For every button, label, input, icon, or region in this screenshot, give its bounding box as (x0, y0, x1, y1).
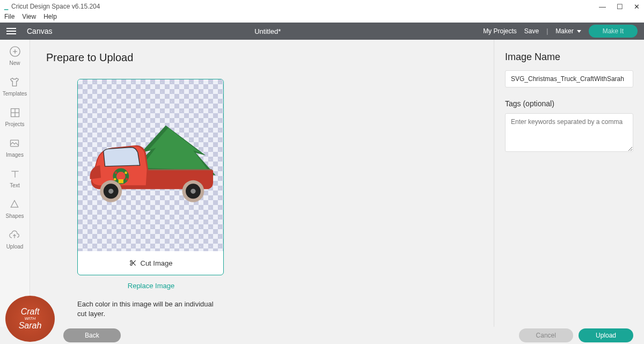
image-preview-box[interactable]: Cut Image (77, 79, 224, 275)
image-name-heading: Image Name (505, 52, 633, 63)
sidebar-item-projects[interactable]: Projects (5, 106, 24, 127)
menubar: File View Help (0, 13, 644, 23)
window-titlebar: ⎯ Cricut Design Space v6.15.204 — ☐ ✕ (0, 0, 644, 13)
sidebar-item-label: New (9, 60, 20, 66)
upload-button[interactable]: Upload (579, 328, 633, 342)
save-link[interactable]: Save (524, 27, 539, 35)
transparency-background (78, 79, 223, 251)
sidebar-item-label: Upload (6, 244, 24, 250)
sidebar-item-upload[interactable]: Upload (6, 229, 24, 250)
grid-icon (9, 106, 21, 119)
menu-file[interactable]: File (4, 13, 14, 23)
cancel-button[interactable]: Cancel (519, 328, 573, 342)
content-area: Prepare to Upload (30, 40, 644, 327)
svg-point-15 (125, 172, 127, 174)
image-name-input[interactable] (505, 70, 633, 87)
canvas-label: Canvas (27, 27, 52, 35)
plus-circle-icon (9, 45, 21, 58)
separator: | (546, 27, 548, 35)
image-details-panel: Image Name Tags (optional) (494, 40, 644, 327)
upload-icon (8, 229, 21, 241)
machine-selector[interactable]: Maker (555, 27, 581, 35)
shirt-icon (8, 76, 21, 89)
my-projects-link[interactable]: My Projects (483, 27, 517, 35)
menu-view[interactable]: View (22, 13, 36, 23)
app-title: Cricut Design Space v6.15.204 (11, 3, 100, 10)
footer-bar: CraftWITHSarah Back Cancel Upload (0, 327, 644, 344)
minimize-button[interactable]: — (599, 3, 606, 11)
cut-image-label: Cut Image (78, 251, 223, 275)
svg-point-25 (130, 260, 132, 262)
page-heading: Prepare to Upload (46, 52, 478, 64)
scissors-icon (129, 259, 137, 267)
sidebar-item-shapes[interactable]: Shapes (6, 198, 24, 219)
svg-point-21 (108, 189, 113, 194)
sidebar-item-label: Projects (5, 121, 24, 127)
sidebar-item-label: Templates (3, 91, 27, 97)
svg-rect-18 (118, 179, 123, 183)
svg-marker-7 (11, 201, 18, 208)
upload-preview-panel: Prepare to Upload (30, 40, 494, 327)
description-text: Each color in this image will be an indi… (77, 299, 216, 319)
app-logo-icon: ⎯ (4, 3, 8, 10)
sidebar-item-templates[interactable]: Templates (3, 76, 27, 97)
svg-marker-9 (141, 128, 208, 170)
maximize-button[interactable]: ☐ (617, 3, 623, 11)
shapes-icon (8, 198, 21, 211)
toolbar: Canvas Untitled* My Projects Save | Make… (0, 23, 644, 40)
sidebar-item-images[interactable]: Images (6, 137, 24, 158)
replace-image-link[interactable]: Replace Image (77, 282, 225, 290)
image-icon (8, 137, 21, 150)
document-title: Untitled* (52, 27, 483, 35)
svg-point-17 (126, 178, 128, 181)
left-sidebar: New Templates Projects Images Text (0, 40, 30, 327)
sidebar-item-new[interactable]: New (9, 45, 21, 66)
sidebar-item-label: Images (6, 152, 24, 158)
svg-point-14 (114, 172, 117, 174)
main-area: New Templates Projects Images Text (0, 40, 644, 327)
hamburger-icon[interactable] (6, 28, 16, 34)
machine-label: Maker (555, 27, 573, 35)
truck-image (81, 112, 221, 219)
sidebar-item-text[interactable]: Text (9, 167, 21, 188)
craft-with-sarah-badge: CraftWITHSarah (5, 296, 55, 342)
svg-point-26 (130, 264, 132, 266)
close-button[interactable]: ✕ (634, 3, 640, 11)
text-icon (9, 167, 21, 180)
sidebar-item-label: Shapes (6, 213, 24, 219)
menu-help[interactable]: Help (43, 13, 57, 23)
make-it-button[interactable]: Make It (589, 25, 638, 38)
svg-point-16 (113, 178, 116, 181)
sidebar-item-label: Text (10, 182, 19, 188)
tags-input[interactable] (505, 113, 633, 152)
back-button[interactable]: Back (63, 328, 121, 342)
tags-label: Tags (optional) (505, 99, 633, 108)
chevron-down-icon (577, 30, 581, 33)
svg-point-24 (191, 189, 195, 194)
